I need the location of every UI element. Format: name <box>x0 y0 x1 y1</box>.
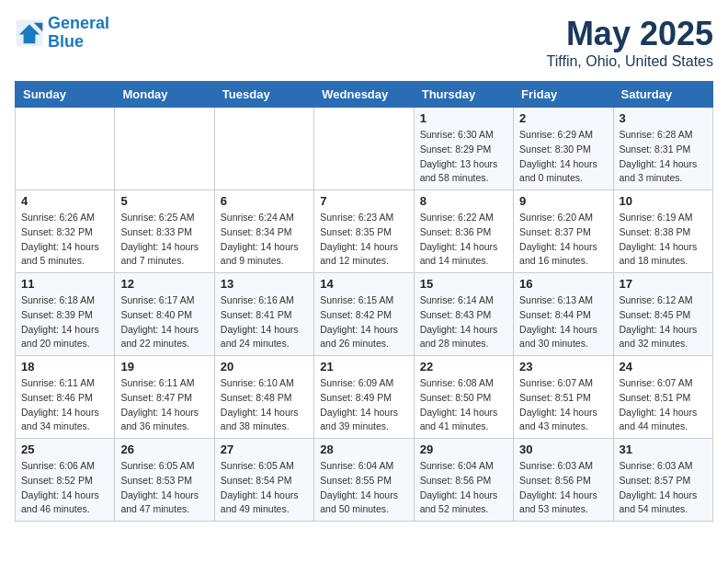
day-cell: 20Sunrise: 6:10 AM Sunset: 8:48 PM Dayli… <box>214 356 313 439</box>
day-info: Sunrise: 6:20 AM Sunset: 8:37 PM Dayligh… <box>519 211 607 269</box>
day-info: Sunrise: 6:22 AM Sunset: 8:36 PM Dayligh… <box>420 211 507 269</box>
day-cell: 5Sunrise: 6:25 AM Sunset: 8:33 PM Daylig… <box>115 190 214 273</box>
day-number: 12 <box>120 277 208 291</box>
day-cell: 15Sunrise: 6:14 AM Sunset: 8:43 PM Dayli… <box>414 273 513 356</box>
day-cell: 6Sunrise: 6:24 AM Sunset: 8:34 PM Daylig… <box>214 190 313 273</box>
day-info: Sunrise: 6:05 AM Sunset: 8:53 PM Dayligh… <box>120 459 208 517</box>
col-header-tuesday: Tuesday <box>214 82 313 108</box>
day-cell: 10Sunrise: 6:19 AM Sunset: 8:38 PM Dayli… <box>613 190 712 273</box>
day-number: 3 <box>620 111 707 125</box>
day-info: Sunrise: 6:26 AM Sunset: 8:32 PM Dayligh… <box>21 211 108 269</box>
day-number: 6 <box>221 194 308 208</box>
header-row: SundayMondayTuesdayWednesdayThursdayFrid… <box>16 82 713 108</box>
logo: General Blue <box>15 15 109 52</box>
day-cell: 31Sunrise: 6:03 AM Sunset: 8:57 PM Dayli… <box>613 439 712 522</box>
day-info: Sunrise: 6:30 AM Sunset: 8:29 PM Dayligh… <box>420 128 507 186</box>
day-cell: 25Sunrise: 6:06 AM Sunset: 8:52 PM Dayli… <box>16 439 115 522</box>
day-cell: 19Sunrise: 6:11 AM Sunset: 8:47 PM Dayli… <box>115 356 214 439</box>
day-info: Sunrise: 6:17 AM Sunset: 8:40 PM Dayligh… <box>120 293 208 351</box>
day-cell: 9Sunrise: 6:20 AM Sunset: 8:37 PM Daylig… <box>514 190 613 273</box>
day-number: 19 <box>120 360 208 373</box>
col-header-friday: Friday <box>514 82 613 108</box>
day-number: 4 <box>21 194 108 208</box>
week-row-0: 1Sunrise: 6:30 AM Sunset: 8:29 PM Daylig… <box>16 108 713 190</box>
day-info: Sunrise: 6:04 AM Sunset: 8:55 PM Dayligh… <box>320 459 407 517</box>
day-info: Sunrise: 6:08 AM Sunset: 8:50 PM Dayligh… <box>420 376 507 434</box>
page-header: General Blue May 2025 Tiffin, Ohio, Unit… <box>15 15 713 70</box>
day-number: 5 <box>120 194 208 208</box>
day-info: Sunrise: 6:11 AM Sunset: 8:46 PM Dayligh… <box>21 376 108 434</box>
day-info: Sunrise: 6:29 AM Sunset: 8:30 PM Dayligh… <box>519 128 607 186</box>
day-info: Sunrise: 6:24 AM Sunset: 8:34 PM Dayligh… <box>221 211 308 269</box>
day-number: 18 <box>21 360 108 373</box>
day-cell: 28Sunrise: 6:04 AM Sunset: 8:55 PM Dayli… <box>314 439 414 522</box>
day-info: Sunrise: 6:10 AM Sunset: 8:48 PM Dayligh… <box>221 376 308 434</box>
day-info: Sunrise: 6:03 AM Sunset: 8:56 PM Dayligh… <box>519 459 607 517</box>
week-row-3: 18Sunrise: 6:11 AM Sunset: 8:46 PM Dayli… <box>16 356 713 439</box>
day-number: 11 <box>21 277 108 291</box>
day-number: 24 <box>620 360 707 373</box>
day-number: 22 <box>420 360 507 373</box>
day-number: 27 <box>221 442 308 456</box>
col-header-monday: Monday <box>115 82 214 108</box>
day-info: Sunrise: 6:03 AM Sunset: 8:57 PM Dayligh… <box>620 459 707 517</box>
day-cell: 11Sunrise: 6:18 AM Sunset: 8:39 PM Dayli… <box>16 273 115 356</box>
day-info: Sunrise: 6:14 AM Sunset: 8:43 PM Dayligh… <box>420 293 507 351</box>
col-header-saturday: Saturday <box>613 82 712 108</box>
day-cell: 21Sunrise: 6:09 AM Sunset: 8:49 PM Dayli… <box>314 356 414 439</box>
day-cell: 30Sunrise: 6:03 AM Sunset: 8:56 PM Dayli… <box>514 439 613 522</box>
col-header-sunday: Sunday <box>16 82 115 108</box>
day-info: Sunrise: 6:05 AM Sunset: 8:54 PM Dayligh… <box>221 459 308 517</box>
week-row-2: 11Sunrise: 6:18 AM Sunset: 8:39 PM Dayli… <box>16 273 713 356</box>
day-info: Sunrise: 6:09 AM Sunset: 8:49 PM Dayligh… <box>320 376 407 434</box>
day-number: 25 <box>21 442 108 456</box>
day-number: 16 <box>519 277 607 291</box>
day-number: 29 <box>420 442 507 456</box>
month-title: May 2025 <box>547 15 713 53</box>
day-number: 23 <box>519 360 607 373</box>
calendar-table: SundayMondayTuesdayWednesdayThursdayFrid… <box>15 81 713 522</box>
day-cell: 2Sunrise: 6:29 AM Sunset: 8:30 PM Daylig… <box>514 108 613 190</box>
day-number: 15 <box>420 277 507 291</box>
day-info: Sunrise: 6:13 AM Sunset: 8:44 PM Dayligh… <box>519 293 607 351</box>
day-info: Sunrise: 6:28 AM Sunset: 8:31 PM Dayligh… <box>620 128 707 186</box>
day-cell: 14Sunrise: 6:15 AM Sunset: 8:42 PM Dayli… <box>314 273 414 356</box>
title-block: May 2025 Tiffin, Ohio, United States <box>547 15 713 70</box>
col-header-thursday: Thursday <box>414 82 513 108</box>
day-info: Sunrise: 6:06 AM Sunset: 8:52 PM Dayligh… <box>21 459 108 517</box>
day-cell: 8Sunrise: 6:22 AM Sunset: 8:36 PM Daylig… <box>414 190 513 273</box>
day-cell: 27Sunrise: 6:05 AM Sunset: 8:54 PM Dayli… <box>214 439 313 522</box>
day-number: 17 <box>620 277 707 291</box>
day-number: 2 <box>519 111 607 125</box>
day-cell <box>16 108 115 190</box>
day-info: Sunrise: 6:16 AM Sunset: 8:41 PM Dayligh… <box>221 293 308 351</box>
day-cell: 12Sunrise: 6:17 AM Sunset: 8:40 PM Dayli… <box>115 273 214 356</box>
week-row-1: 4Sunrise: 6:26 AM Sunset: 8:32 PM Daylig… <box>16 190 713 273</box>
day-info: Sunrise: 6:04 AM Sunset: 8:56 PM Dayligh… <box>420 459 507 517</box>
day-cell: 23Sunrise: 6:07 AM Sunset: 8:51 PM Dayli… <box>514 356 613 439</box>
logo-icon <box>15 18 44 48</box>
day-cell: 4Sunrise: 6:26 AM Sunset: 8:32 PM Daylig… <box>16 190 115 273</box>
day-number: 7 <box>320 194 407 208</box>
day-info: Sunrise: 6:07 AM Sunset: 8:51 PM Dayligh… <box>519 376 607 434</box>
day-number: 14 <box>320 277 407 291</box>
day-number: 9 <box>519 194 607 208</box>
day-number: 1 <box>420 111 507 125</box>
day-cell: 29Sunrise: 6:04 AM Sunset: 8:56 PM Dayli… <box>414 439 513 522</box>
day-number: 10 <box>620 194 707 208</box>
day-info: Sunrise: 6:12 AM Sunset: 8:45 PM Dayligh… <box>620 293 707 351</box>
day-info: Sunrise: 6:07 AM Sunset: 8:51 PM Dayligh… <box>620 376 707 434</box>
day-info: Sunrise: 6:11 AM Sunset: 8:47 PM Dayligh… <box>120 376 208 434</box>
day-number: 31 <box>620 442 707 456</box>
day-number: 20 <box>221 360 308 373</box>
day-number: 26 <box>120 442 208 456</box>
day-number: 30 <box>519 442 607 456</box>
day-info: Sunrise: 6:15 AM Sunset: 8:42 PM Dayligh… <box>320 293 407 351</box>
day-cell <box>115 108 214 190</box>
day-number: 21 <box>320 360 407 373</box>
day-number: 28 <box>320 442 407 456</box>
day-info: Sunrise: 6:25 AM Sunset: 8:33 PM Dayligh… <box>120 211 208 269</box>
day-info: Sunrise: 6:18 AM Sunset: 8:39 PM Dayligh… <box>21 293 108 351</box>
day-number: 13 <box>221 277 308 291</box>
day-cell <box>314 108 414 190</box>
